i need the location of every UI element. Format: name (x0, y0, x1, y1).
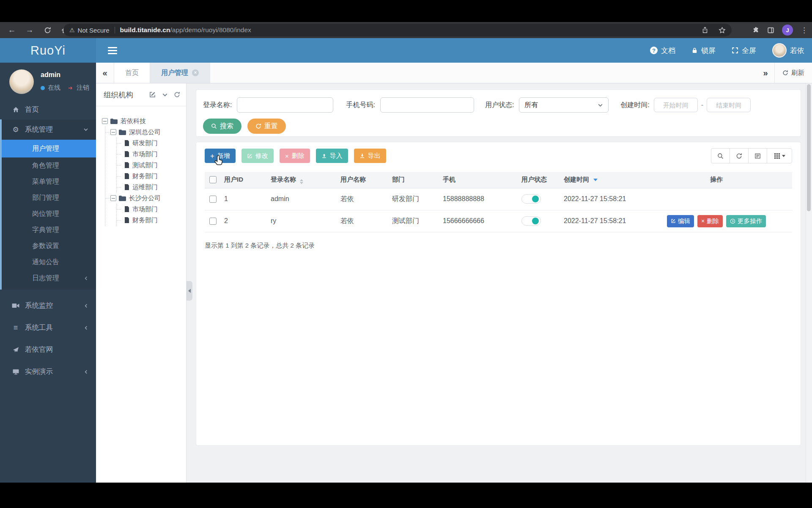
row-edit-button[interactable]: 编辑 (667, 215, 694, 227)
tab-refresh-button[interactable]: 刷新 (774, 63, 812, 83)
tree-node-dept[interactable]: 财务部门 (117, 171, 184, 182)
logout-link[interactable]: 注销 (77, 84, 89, 92)
tabs-scroll-left-button[interactable]: « (96, 63, 114, 83)
table-detail-view-button[interactable] (748, 148, 767, 163)
browser-back-button[interactable]: ← (5, 24, 19, 36)
delete-button[interactable]: × 删除 (280, 149, 310, 163)
tree-node-label: 长沙分公司 (129, 194, 161, 202)
refresh-icon[interactable] (174, 91, 180, 98)
edit-button[interactable]: 修改 (241, 149, 274, 163)
extensions-icon[interactable] (752, 27, 760, 34)
table-columns-button[interactable] (767, 148, 792, 163)
sidebar-item-tools[interactable]: ≡ 系统工具 (0, 317, 96, 339)
cell-phone: 15888888888 (439, 188, 518, 210)
export-button[interactable]: 导出 (354, 149, 386, 163)
search-panel: 登录名称: 手机号码: 用户状态: 所有 创建时间: - (196, 89, 801, 137)
fullscreen-link[interactable]: 全屏 (732, 46, 756, 55)
row-checkbox[interactable] (209, 196, 217, 203)
table-refresh-button[interactable] (730, 148, 749, 163)
user-table-panel: + 新增 修改 × 删除 导入 (196, 142, 801, 446)
select-all-checkbox[interactable] (209, 176, 217, 183)
sidebar-item-demo[interactable]: 实例演示 (0, 361, 96, 383)
import-button[interactable]: 导入 (316, 149, 348, 163)
share-icon[interactable] (702, 27, 708, 33)
search-button[interactable]: 搜索 (203, 119, 241, 134)
login-name-input[interactable] (237, 97, 333, 113)
sidebar-item-menu-mgmt[interactable]: 菜单管理 (2, 174, 96, 190)
tab-refresh-label: 刷新 (791, 69, 804, 77)
tree-node-dept[interactable]: 测试部门 (117, 160, 184, 171)
sidebar-item-notice[interactable]: 通知公告 (2, 254, 96, 270)
add-button[interactable]: + 新增 (205, 149, 236, 163)
sidebar-item-user-mgmt[interactable]: 用户管理 (2, 140, 96, 157)
scrollbar-thumb[interactable] (807, 84, 811, 211)
edit-icon[interactable] (149, 91, 156, 98)
sidebar-toggle-button[interactable] (108, 47, 117, 54)
user-menu[interactable]: 若依 (772, 43, 804, 58)
tree-collapse-icon[interactable] (102, 118, 108, 124)
bookmark-star-icon[interactable] (719, 27, 726, 34)
tree-collapse-icon[interactable] (110, 129, 116, 135)
sidebar-item-home[interactable]: 首页 (0, 100, 96, 119)
address-bar[interactable]: ⚠ Not Secure build.titanide.cn /app/demo… (63, 24, 732, 36)
tree-node-dept[interactable]: 研发部门 (117, 138, 184, 149)
side-panel-icon[interactable] (767, 27, 774, 34)
col-phone: 手机 (439, 172, 518, 188)
sidebar-item-dept-mgmt[interactable]: 部门管理 (2, 190, 96, 206)
tab-home[interactable]: 首页 (114, 63, 150, 83)
browser-forward-button[interactable]: → (23, 24, 36, 36)
tree-node-dept[interactable]: 市场部门 (117, 204, 184, 215)
sidebar-item-log-mgmt[interactable]: 日志管理 (2, 270, 96, 286)
user-status-toggle[interactable] (521, 194, 541, 204)
sidebar-username: admin (41, 71, 89, 79)
row-more-button[interactable]: 更多操作 (726, 215, 766, 227)
tree-node-label: 财务部门 (132, 172, 158, 180)
tabs-scroll-right-button[interactable]: » (757, 63, 774, 83)
sidebar-item-system-mgmt[interactable]: ⚙ 系统管理 (2, 119, 96, 140)
chevron-left-icon (84, 326, 88, 330)
sidebar-avatar[interactable] (9, 69, 34, 94)
chevron-down-icon[interactable] (162, 92, 168, 98)
sidebar-item-role-mgmt[interactable]: 角色管理 (2, 157, 96, 174)
tree-node-root[interactable]: 若依科技 (102, 116, 184, 127)
tree-collapse-handle[interactable] (187, 281, 192, 301)
tree-node-dept[interactable]: 运维部门 (117, 182, 184, 193)
start-time-input[interactable] (654, 98, 698, 112)
phone-input[interactable] (380, 97, 474, 113)
user-status-select[interactable]: 所有 (519, 97, 609, 113)
row-checkbox[interactable] (209, 218, 217, 225)
lock-screen-link[interactable]: 锁屏 (691, 46, 716, 55)
sidebar-item-official-site[interactable]: 若依官网 (0, 339, 96, 361)
tree-node-dept[interactable]: 财务部门 (117, 215, 184, 226)
tree-node-branch[interactable]: 长沙分公司 (105, 193, 184, 204)
browser-menu-icon[interactable]: ⋮ (801, 26, 808, 35)
tree-node-company[interactable]: 深圳总公司 (105, 127, 184, 138)
table-header-row: 用户ID 登录名称 用户名称 部门 手机 用户状态 创建时间 操作 (205, 172, 792, 188)
tree-collapse-icon[interactable] (110, 195, 116, 201)
user-status-toggle[interactable] (521, 216, 541, 226)
sidebar-item-dict-mgmt[interactable]: 字典管理 (2, 222, 96, 238)
col-created-time[interactable]: 创建时间 (560, 172, 641, 188)
folder-icon (110, 119, 118, 124)
cell-created-time: 2022-11-27 15:58:21 (560, 210, 641, 232)
page-scrollbar[interactable] (806, 83, 812, 483)
chevron-down-icon (83, 127, 88, 132)
tree-node-dept[interactable]: 市场部门 (117, 149, 184, 160)
sidebar-item-param-settings[interactable]: 参数设置 (2, 238, 96, 254)
tab-close-icon[interactable]: × (192, 69, 199, 76)
table-row[interactable]: 2 ry 若依 测试部门 15666666666 2022-11-27 15:5… (205, 210, 792, 232)
tab-user-mgmt[interactable]: 用户管理 × (150, 63, 210, 83)
sidebar-item-post-mgmt[interactable]: 岗位管理 (2, 206, 96, 222)
browser-reload-button[interactable] (41, 24, 54, 36)
table-row[interactable]: 1 admin 若依 研发部门 15888888888 2022-11-27 1… (205, 188, 792, 210)
app-logo[interactable]: RuoYi (0, 38, 96, 63)
row-delete-button[interactable]: × 删除 (697, 215, 723, 227)
reset-button[interactable]: 重置 (247, 119, 286, 134)
cell-user-name: 若依 (337, 188, 389, 210)
table-search-toggle-button[interactable] (711, 148, 730, 163)
end-time-input[interactable] (707, 98, 751, 112)
col-login-name[interactable]: 登录名称 (267, 172, 337, 188)
docs-link[interactable]: ? 文档 (650, 46, 675, 55)
sidebar-item-monitor[interactable]: 系统监控 (0, 295, 96, 317)
browser-profile-avatar[interactable]: J (782, 25, 793, 36)
